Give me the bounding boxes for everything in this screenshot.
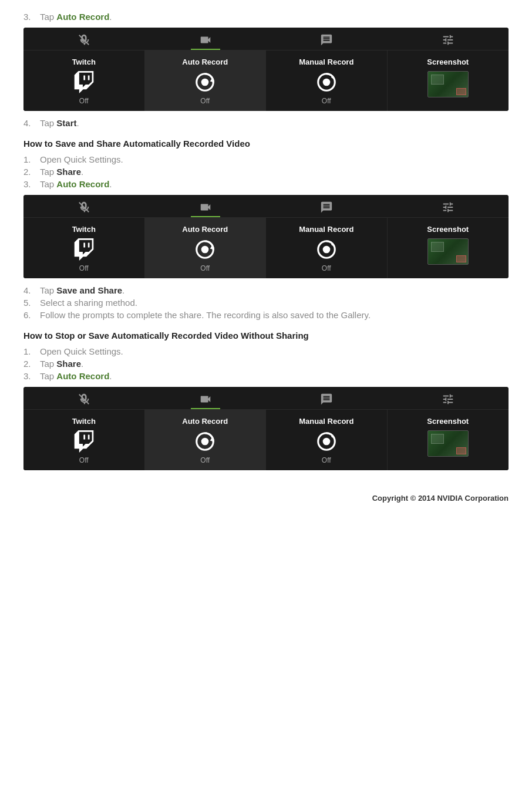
top-icon-settings-2 [388,201,509,214]
s3-step2: 2. Tap Share. [23,359,509,369]
screenshot-thumb-1 [427,71,469,97]
s2-step4-text: Tap Save and Share. [40,285,124,295]
s2-step6-text: Follow the prompts to complete the share… [40,310,371,320]
s3-step3-text: Tap Auto Record. [40,371,112,381]
s2-step1-num: 1. [23,154,40,164]
step-3-line: 3. Tap Auto Record. [23,12,509,22]
panel-item-manualrecord-1: Manual Record Off [266,50,388,111]
section3-heading: How to Stop or Save Automatically Record… [23,331,509,340]
step-text: Tap Auto Record. [40,12,112,22]
panel-item-manualrecord-3: Manual Record Off [266,410,388,470]
twitch-status-2: Off [79,264,89,272]
autorecord-label-1: Auto Record [182,58,228,66]
top-icon-mic-3 [23,393,145,406]
top-icon-mic-2 [23,201,145,214]
s2-step2-num: 2. [23,167,40,177]
panel-3: Twitch Off Auto Record Off Manual Rec [23,387,509,470]
step-4-num: 4. [23,118,40,128]
manualrecord-label-1: Manual Record [299,58,353,66]
s2-step4-num: 4. [23,285,40,295]
s2-step2: 2. Tap Share. [23,167,509,177]
s3-step1-num: 1. [23,346,40,356]
top-icon-video-2 [145,201,267,214]
s2-step4: 4. Tap Save and Share. [23,285,509,295]
panel-item-twitch-1: Twitch Off [23,50,145,111]
panel-top-bar-2 [23,195,509,218]
twitch-label-1: Twitch [72,58,96,66]
s2-step6: 6. Follow the prompts to complete the sh… [23,310,509,320]
svg-point-9 [322,246,330,254]
s2-step6-num: 6. [23,310,40,320]
panel-item-manualrecord-2: Manual Record Off [266,218,388,278]
s3-step2-num: 2. [23,359,40,369]
twitch-icon-3 [73,430,95,453]
autorecord-label-2: Auto Record [182,225,228,234]
s2-step3: 3. Tap Auto Record. [23,179,509,189]
manualrecord-label-3: Manual Record [299,417,353,426]
panel-item-screenshot-3: Screenshot [388,410,509,470]
autorecord-status-2: Off [200,264,210,272]
autorecord-status-1: Off [200,97,210,105]
s3-step1-text: Open Quick Settings. [40,346,123,356]
s2-step3-text: Tap Auto Record. [40,179,112,189]
manualrecord-status-1: Off [322,97,331,105]
panel-item-screenshot-2: Screenshot [388,218,509,278]
top-icon-video [145,33,267,46]
top-icon-share-3 [266,393,388,406]
s3-step3-num: 3. [23,371,40,381]
twitch-label-2: Twitch [72,225,96,234]
s2-step2-text: Tap Share. [40,167,83,177]
panel-item-autorecord-1: Auto Record Off [145,50,267,111]
panel-top-bar-3 [23,387,509,410]
s2-step1-text: Open Quick Settings. [40,154,123,164]
s3-step1: 1. Open Quick Settings. [23,346,509,356]
autorecord-icon-2 [194,238,216,261]
autorecord-icon-3 [194,430,216,453]
manualrecord-icon-2 [315,238,338,261]
s2-step3-num: 3. [23,179,40,189]
twitch-status-1: Off [79,97,89,105]
s2-step5-text: Select a sharing method. [40,298,137,308]
panel-item-twitch-3: Twitch Off [23,410,145,470]
manualrecord-label-2: Manual Record [299,225,353,234]
panel-1: Twitch Off Auto Record Off [23,28,509,111]
autorecord-icon-1 [194,71,216,93]
screenshot-thumb-3 [427,430,469,457]
panel-2: Twitch Off Auto Record Off Manual Rec [23,195,509,278]
screenshot-label-3: Screenshot [427,417,469,426]
screenshot-icon-1 [427,71,469,97]
panel-items-1: Twitch Off Auto Record Off [23,50,509,111]
twitch-icon-1 [73,71,95,93]
manualrecord-icon-1 [315,71,338,93]
svg-point-4 [322,79,330,86]
screenshot-icon-2 [427,238,469,265]
step-4-text: Tap Start. [40,118,79,128]
twitch-status-3: Off [79,456,89,464]
s3-step2-text: Tap Share. [40,359,83,369]
s3-step3: 3. Tap Auto Record. [23,371,509,381]
screenshot-label-2: Screenshot [427,225,469,234]
manualrecord-status-2: Off [322,264,331,272]
panel-item-autorecord-2: Auto Record Off [145,218,267,278]
section2-heading: How to Save and Share Automatically Reco… [23,139,509,149]
screenshot-icon-3 [427,430,469,457]
panel-items-2: Twitch Off Auto Record Off Manual Rec [23,218,509,278]
manualrecord-icon-3 [315,430,338,453]
top-icon-settings-3 [388,393,509,406]
top-icon-mic [23,33,145,46]
panel-item-screenshot-1: Screenshot [388,50,509,111]
step-4-line: 4. Tap Start. [23,118,509,128]
s2-step5: 5. Select a sharing method. [23,298,509,308]
svg-point-14 [322,438,330,446]
s2-step5-num: 5. [23,298,40,308]
panel-top-bar-1 [23,28,509,50]
twitch-label-3: Twitch [72,417,96,426]
copyright: Copyright © 2014 NVIDIA Corporation [23,494,509,503]
top-icon-video-3 [145,393,267,406]
svg-point-7 [201,246,209,254]
panel-items-3: Twitch Off Auto Record Off Manual Rec [23,410,509,470]
top-icon-share [266,33,388,46]
s2-step1: 1. Open Quick Settings. [23,154,509,164]
panel-item-twitch-2: Twitch Off [23,218,145,278]
top-icon-share-2 [266,201,388,214]
